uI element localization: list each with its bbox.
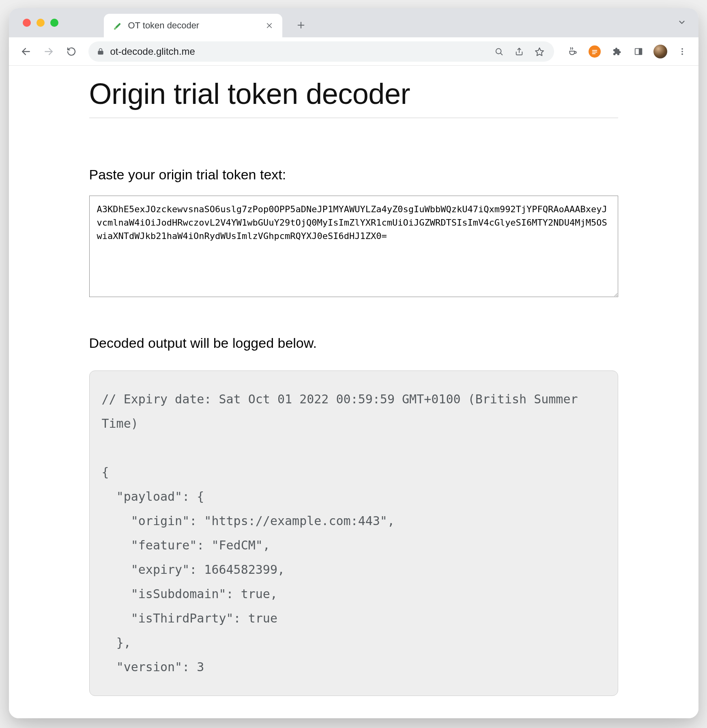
svg-rect-1: [115, 23, 121, 28]
page-content: Origin trial token decoder Paste your or…: [70, 66, 638, 718]
svg-line-9: [501, 53, 502, 55]
tab-close-button[interactable]: [264, 20, 275, 31]
page-viewport[interactable]: Origin trial token decoder Paste your or…: [9, 66, 698, 718]
tabs-dropdown-button[interactable]: [677, 18, 686, 27]
tab-bar: OT token decoder: [9, 8, 698, 37]
output-label: Decoded output will be logged below.: [89, 335, 618, 351]
back-button[interactable]: [16, 42, 36, 61]
tab-favicon-icon: [112, 20, 122, 31]
svg-point-19: [681, 53, 683, 55]
svg-rect-16: [639, 48, 641, 54]
kebab-menu-icon[interactable]: [673, 43, 691, 60]
svg-marker-10: [535, 48, 544, 56]
url-input[interactable]: [110, 46, 484, 57]
extension-orange-icon[interactable]: [586, 43, 604, 60]
avatar-image: [653, 45, 667, 58]
lock-icon: [97, 47, 105, 56]
browser-window: OT token decoder: [9, 8, 698, 718]
extensions-puzzle-icon[interactable]: [608, 43, 625, 60]
extension-icons: [564, 43, 691, 60]
minimize-window-button[interactable]: [37, 19, 45, 27]
fullscreen-window-button[interactable]: [50, 19, 58, 27]
bookmark-star-icon[interactable]: [531, 43, 548, 60]
svg-point-18: [681, 51, 683, 52]
omnibox-actions: [490, 43, 548, 60]
side-panel-icon[interactable]: [630, 43, 647, 60]
search-icon[interactable]: [490, 43, 508, 60]
decoded-output: // Expiry date: Sat Oct 01 2022 00:59:59…: [89, 370, 618, 696]
token-input-label: Paste your origin trial token text:: [89, 167, 618, 183]
toolbar: [9, 37, 698, 66]
extension-coffee-icon[interactable]: [564, 43, 582, 60]
svg-point-17: [681, 48, 683, 50]
address-bar[interactable]: [88, 41, 554, 62]
browser-tab[interactable]: OT token decoder: [104, 14, 282, 37]
profile-avatar[interactable]: [651, 43, 669, 60]
close-window-button[interactable]: [23, 19, 31, 27]
new-tab-button[interactable]: [291, 15, 311, 35]
forward-button[interactable]: [39, 42, 58, 61]
share-icon[interactable]: [510, 43, 528, 60]
window-controls: [23, 19, 58, 27]
page-title: Origin trial token decoder: [89, 77, 618, 118]
token-textarea[interactable]: [89, 196, 618, 297]
reload-button[interactable]: [62, 42, 81, 61]
tab-title: OT token decoder: [128, 20, 258, 31]
